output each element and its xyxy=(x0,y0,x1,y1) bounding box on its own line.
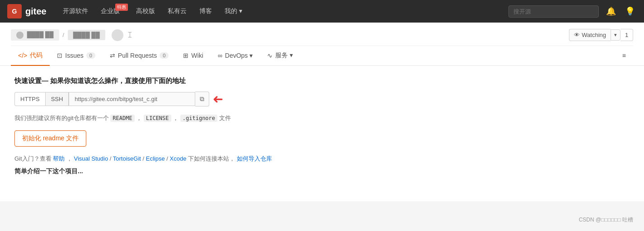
repo-header: ████ ██ / ████ ██ 𝙸 👁 Watching ▾ 1 </> 代… xyxy=(0,23,644,66)
gitignore-code: .gitignore xyxy=(180,115,217,122)
eye-icon: 👁 xyxy=(574,32,580,38)
repo-tabs: </> 代码 ⊡ Issues 0 ⇄ Pull Requests 0 ⊞ Wi… xyxy=(11,46,633,65)
recommend-text: 我们强烈建议所有的git仓库都有一个 README ， LICENSE ， .g… xyxy=(14,114,630,123)
pr-icon: ⇄ xyxy=(110,52,115,59)
nav-items: 开源软件 企业版 特惠 高校版 私有云 博客 我的 ▾ xyxy=(57,5,508,18)
top-nav: G gitee 开源软件 企业版 特惠 高校版 私有云 博客 我的 ▾ 🔔 💡 xyxy=(0,0,644,23)
tab-issues[interactable]: ⊡ Issues 0 xyxy=(50,46,103,65)
cursor: 𝙸 xyxy=(127,30,133,40)
repo-header-top: ████ ██ / ████ ██ 𝙸 👁 Watching ▾ 1 xyxy=(11,23,633,46)
tab-devops-label: DevOps ▾ xyxy=(225,52,253,59)
git-intro: Git入门？查看 帮助 ， Visual Studio / TortoiseGi… xyxy=(14,154,630,164)
nav-enterprise[interactable]: 企业版 特惠 xyxy=(95,5,129,18)
tab-more[interactable]: ≡ xyxy=(615,46,633,65)
watching-label: Watching xyxy=(582,32,606,38)
code-icon: </> xyxy=(18,52,27,59)
watching-button[interactable]: 👁 Watching xyxy=(569,29,611,41)
nav-opensource[interactable]: 开源软件 xyxy=(57,5,94,18)
more-icon: ≡ xyxy=(622,52,626,59)
tab-issues-label: Issues xyxy=(65,52,83,59)
gitee-logo-icon: G xyxy=(7,4,22,18)
bulb-icon[interactable]: 💡 xyxy=(623,5,637,18)
issues-icon: ⊡ xyxy=(57,52,62,59)
nav-mine[interactable]: 我的 ▾ xyxy=(219,5,248,18)
tab-wiki-label: Wiki xyxy=(191,52,203,59)
nav-right: 🔔 💡 xyxy=(508,5,637,18)
wiki-icon: ⊞ xyxy=(183,52,188,59)
quick-setup-title: 快速设置— 如果你知道该怎么操作，直接使用下面的地址 xyxy=(14,77,630,85)
repo-avatar xyxy=(112,29,123,41)
breadcrumb-user[interactable]: ████ ██ xyxy=(11,29,59,41)
search-input[interactable] xyxy=(508,5,599,18)
url-row: HTTPS SSH ⧉ ➜ xyxy=(14,92,630,106)
copy-url-button[interactable]: ⧉ xyxy=(195,92,209,106)
breadcrumb: ████ ██ / ████ ██ 𝙸 xyxy=(11,29,133,41)
tejie-badge: 特惠 xyxy=(115,4,128,11)
help-link[interactable]: 帮助 xyxy=(53,155,65,162)
tortoisegit-link[interactable]: TortoiseGit xyxy=(113,155,141,162)
pr-badge: 0 xyxy=(160,52,169,59)
license-code: LICENSE xyxy=(144,115,171,122)
breadcrumb-separator: / xyxy=(63,32,64,38)
tab-wiki[interactable]: ⊞ Wiki xyxy=(176,46,210,65)
xcode-link[interactable]: Xcode xyxy=(170,155,187,162)
init-readme-button[interactable]: 初始化 readme 文件 xyxy=(14,130,86,147)
tab-code-label: 代码 xyxy=(30,51,42,60)
tab-code[interactable]: </> 代码 xyxy=(11,46,50,66)
tab-pr-label: Pull Requests xyxy=(118,52,157,59)
https-button[interactable]: HTTPS xyxy=(14,92,45,106)
readme-code: README xyxy=(110,115,134,122)
eclipse-link[interactable]: Eclipse xyxy=(146,155,165,162)
repo-url-input[interactable] xyxy=(69,92,195,106)
section-title: 简单介绍一下这个项目... xyxy=(14,167,630,176)
nav-private-cloud[interactable]: 私有云 xyxy=(162,5,192,18)
visualstudio-link[interactable]: Visual Studio xyxy=(74,155,108,162)
issues-badge: 0 xyxy=(86,52,95,59)
tab-services[interactable]: ∿ 服务 ▾ xyxy=(260,46,300,66)
watching-dropdown[interactable]: ▾ xyxy=(611,29,620,41)
ssh-button[interactable]: SSH xyxy=(45,92,69,106)
watching-count: 1 xyxy=(620,29,633,41)
nav-university[interactable]: 高校版 xyxy=(131,5,160,18)
import-link[interactable]: 如何导入仓库 xyxy=(237,155,272,162)
services-icon: ∿ xyxy=(267,52,273,59)
notification-bell-icon[interactable]: 🔔 xyxy=(604,5,618,18)
breadcrumb-repo[interactable]: ████ ██ xyxy=(68,30,105,40)
watching-button-group: 👁 Watching ▾ 1 xyxy=(569,29,633,41)
tab-services-label: 服务 ▾ xyxy=(275,51,293,60)
arrow-icon: ➜ xyxy=(213,92,223,106)
main-content: 快速设置— 如果你知道该怎么操作，直接使用下面的地址 HTTPS SSH ⧉ ➜… xyxy=(0,66,644,201)
tab-devops[interactable]: ∞ DevOps ▾ xyxy=(211,46,260,65)
logo-text: gitee xyxy=(25,6,47,17)
devops-icon: ∞ xyxy=(218,52,222,59)
tab-pullrequests[interactable]: ⇄ Pull Requests 0 xyxy=(103,46,176,65)
logo-area[interactable]: G gitee xyxy=(7,4,47,18)
nav-blog[interactable]: 博客 xyxy=(194,5,217,18)
